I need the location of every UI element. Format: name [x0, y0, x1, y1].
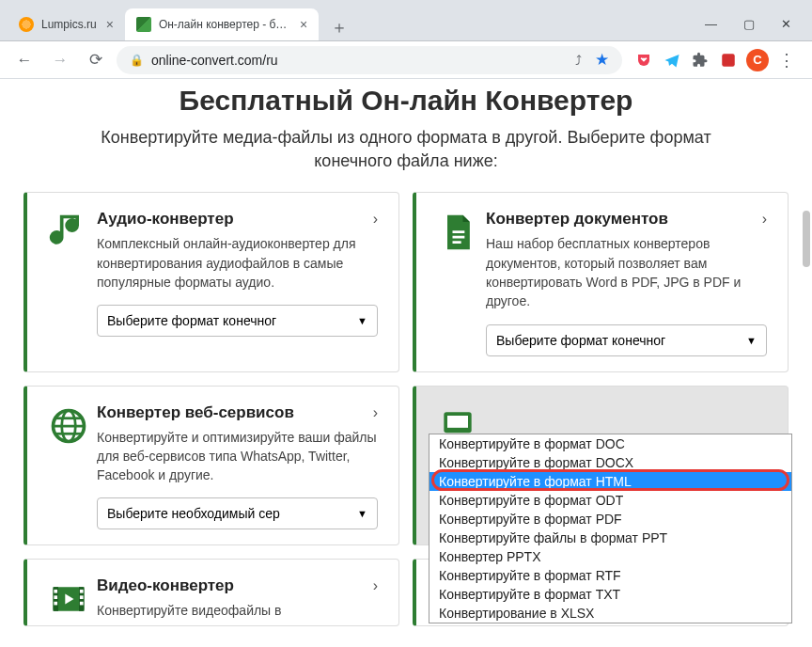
back-button[interactable]: ←: [9, 45, 39, 75]
page-content: Бесплатный Он-лайн Конвертер Конвертируй…: [0, 79, 812, 647]
dropdown-option[interactable]: Конвертируйте файлы в формат PPT: [429, 529, 791, 547]
bookmark-star-icon[interactable]: ★: [595, 50, 609, 70]
svg-rect-14: [54, 596, 57, 600]
video-icon: [40, 576, 97, 610]
dropdown-option[interactable]: Конвертируйте в формат DOCX: [429, 453, 791, 472]
tab-converter-title: Он-лайн конвертер - бесплатно: [159, 18, 290, 31]
chevron-right-icon: ›: [762, 211, 767, 228]
card-document-title[interactable]: Конвертер документов: [486, 210, 668, 229]
favicon-converter: [136, 17, 151, 32]
card-audio-desc: Комплексный онлайн-аудиоконвертер для ко…: [97, 234, 378, 292]
svg-rect-16: [80, 590, 84, 593]
card-document: Конвертер документов › Наш набор бесплат…: [413, 192, 789, 371]
dropdown-option[interactable]: Конвертируйте в формат RTF: [429, 566, 791, 585]
new-tab-button[interactable]: ＋: [326, 14, 352, 40]
close-window-button[interactable]: ✕: [781, 17, 791, 31]
svg-rect-15: [54, 602, 57, 606]
browser-menu-icon[interactable]: ⋮: [776, 50, 797, 71]
card-audio-select-label: Выберите формат конечног: [107, 313, 276, 328]
dropdown-option[interactable]: Конвертируйте в формат TXT: [429, 585, 791, 604]
scrollbar-thumb[interactable]: [803, 211, 810, 267]
extensions-puzzle-icon[interactable]: [690, 50, 710, 71]
tab-converter-close[interactable]: ×: [300, 17, 307, 32]
toolbar: ← → ⟳ 🔒 online-convert.com/ru ⤴ ★ C ⋮: [0, 41, 812, 79]
card-document-select[interactable]: Выберите формат конечног ▼: [486, 324, 767, 356]
chevron-right-icon: ›: [373, 211, 378, 228]
card-video-desc: Конвертируйте видеофайлы в: [97, 601, 378, 620]
card-web-select[interactable]: Выберите необходимый сер ▼: [97, 497, 378, 529]
reload-button[interactable]: ⟳: [81, 45, 111, 75]
chevron-right-icon: ›: [373, 404, 378, 421]
svg-rect-17: [80, 596, 84, 600]
dropdown-option[interactable]: Конвертер PPTX: [429, 547, 791, 566]
tab-lumpics[interactable]: Lumpics.ru ×: [8, 8, 125, 40]
profile-avatar[interactable]: C: [746, 49, 769, 71]
card-web-select-label: Выберите необходимый сер: [107, 506, 280, 521]
titlebar: Lumpics.ru × Он-лайн конвертер - бесплат…: [0, 0, 812, 41]
extension-icons: C ⋮: [628, 49, 803, 71]
svg-rect-0: [722, 54, 735, 67]
forward-button[interactable]: →: [45, 45, 75, 75]
dropdown-option[interactable]: Конвертируйте в формат DOC: [429, 434, 791, 453]
maximize-button[interactable]: ▢: [743, 17, 755, 31]
svg-rect-18: [80, 602, 84, 606]
dropdown-option[interactable]: Конвертируйте в формат PDF: [429, 510, 791, 529]
audio-icon: [40, 210, 97, 355]
card-document-desc: Наш набор бесплатных конвертеров докумен…: [486, 234, 767, 310]
caret-down-icon: ▼: [357, 315, 367, 326]
card-document-select-label: Выберите формат конечног: [496, 333, 665, 348]
address-right-icons: ⤴ ★: [575, 50, 609, 70]
svg-rect-13: [54, 590, 57, 593]
tab-lumpics-close[interactable]: ×: [106, 17, 114, 32]
card-audio: Аудио-конвертер › Комплексный онлайн-ауд…: [23, 192, 399, 371]
svg-rect-7: [447, 416, 468, 428]
url-text: online-convert.com/ru: [151, 53, 568, 68]
tabstrip: Lumpics.ru × Он-лайн конвертер - бесплат…: [8, 8, 705, 40]
document-icon: [429, 210, 486, 355]
card-audio-select[interactable]: Выберите формат конечног ▼: [97, 305, 378, 337]
card-video: Видео-конвертер › Конвертируйте видеофай…: [23, 559, 399, 626]
card-audio-title[interactable]: Аудио-конвертер: [97, 210, 234, 229]
lock-icon: 🔒: [130, 54, 144, 67]
adblock-icon[interactable]: [718, 50, 739, 71]
tab-lumpics-title: Lumpics.ru: [41, 18, 97, 31]
pocket-icon[interactable]: [633, 50, 654, 71]
page-subtitle: Конвертируйте медиа-файлы из одного форм…: [85, 126, 727, 173]
caret-down-icon: ▼: [357, 508, 367, 519]
caret-down-icon: ▼: [746, 335, 757, 346]
dropdown-option[interactable]: Конвертируйте в формат ODT: [429, 491, 791, 510]
dropdown-option-selected[interactable]: Конвертируйте в формат HTML: [429, 472, 791, 491]
minimize-button[interactable]: —: [705, 17, 717, 31]
chevron-right-icon: ›: [373, 577, 378, 594]
address-bar[interactable]: 🔒 online-convert.com/ru ⤴ ★: [117, 46, 622, 74]
card-webservices: Конвертер веб-сервисов › Конвертируйте и…: [23, 386, 399, 546]
card-web-title[interactable]: Конвертер веб-сервисов: [97, 403, 294, 422]
tab-converter[interactable]: Он-лайн конвертер - бесплатно ×: [125, 8, 319, 40]
telegram-icon[interactable]: [662, 50, 682, 71]
card-web-desc: Конвертируйте и оптимизируйте ваши файлы…: [97, 428, 378, 485]
page-title: Бесплатный Он-лайн Конвертер: [19, 79, 793, 117]
document-format-dropdown[interactable]: Конвертируйте в формат DOC Конвертируйте…: [429, 434, 792, 623]
share-icon[interactable]: ⤴: [575, 53, 582, 68]
card-video-title[interactable]: Видео-конвертер: [97, 576, 234, 595]
globe-icon: [40, 403, 97, 530]
dropdown-option[interactable]: Конвертирование в XLSX: [429, 604, 791, 623]
favicon-lumpics: [19, 17, 34, 32]
window-controls: — ▢ ✕: [705, 17, 812, 40]
